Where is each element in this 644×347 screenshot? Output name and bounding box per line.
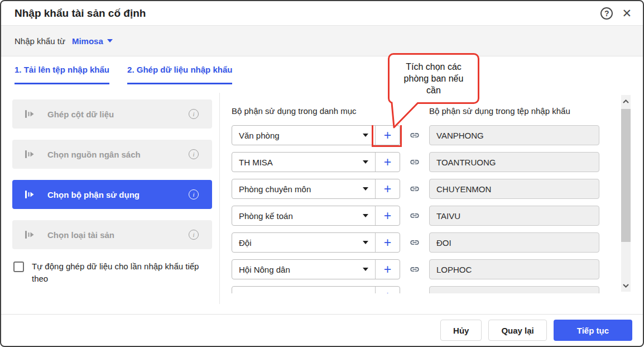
catalog-dropdown[interactable]: Phòng kế toán bbox=[232, 206, 376, 225]
mapping-row: + bbox=[232, 286, 617, 293]
help-glyph: ? bbox=[604, 9, 609, 18]
auto-map-checkbox[interactable] bbox=[13, 262, 24, 272]
caret-down-icon bbox=[363, 187, 368, 191]
annotation-text: Tích chọn các phòng ban nếu cần bbox=[403, 61, 464, 96]
add-department-button[interactable]: + bbox=[376, 179, 400, 198]
file-value: LOPHOC bbox=[436, 265, 472, 274]
import-dialog: Nhập khẩu tài sản cố định ? ✕ Nhập khẩu … bbox=[0, 0, 644, 347]
scrollbar bbox=[621, 95, 631, 292]
catalog-dropdown[interactable]: Văn phòng bbox=[232, 126, 376, 145]
step-item[interactable]: Ghép cột dữ liệu i bbox=[12, 99, 212, 129]
cancel-button[interactable]: Hủy bbox=[440, 320, 482, 341]
file-value-field[interactable]: TOANTRUONG bbox=[429, 152, 599, 172]
caret-down-icon bbox=[363, 241, 368, 244]
catalog-combo: Hội Nông dân + bbox=[232, 259, 400, 279]
file-value: CHUYENMON bbox=[436, 184, 491, 194]
continue-button[interactable]: Tiếp tục bbox=[554, 320, 632, 341]
chevron-up-icon bbox=[623, 99, 629, 103]
help-icon[interactable]: ? bbox=[600, 7, 613, 20]
link-toggle[interactable] bbox=[400, 179, 429, 199]
step-label: Chọn bộ phận sử dụng bbox=[47, 190, 189, 199]
mapping-row: Hội Nông dân + LOPHOC bbox=[232, 259, 617, 279]
step-label: Chọn nguồn ngân sách bbox=[47, 150, 189, 159]
catalog-dropdown[interactable]: Phòng chuyên môn bbox=[232, 179, 376, 198]
catalog-dropdown[interactable]: Hội Nông dân bbox=[232, 260, 376, 279]
info-icon[interactable]: i bbox=[189, 189, 199, 199]
caret-down-icon bbox=[363, 160, 368, 164]
catalog-combo: Phòng chuyên môn + bbox=[232, 179, 400, 199]
header-icons: ? ✕ bbox=[600, 7, 632, 20]
file-value-field[interactable]: VANPHONG bbox=[429, 125, 599, 145]
link-icon bbox=[409, 156, 420, 168]
catalog-dropdown[interactable]: Đội bbox=[232, 233, 376, 252]
file-value-field[interactable]: CHUYENMON bbox=[429, 179, 599, 199]
step-item[interactable]: Chọn bộ phận sử dụng i bbox=[12, 180, 212, 209]
panel-divider bbox=[219, 93, 220, 304]
file-value-field[interactable] bbox=[429, 286, 599, 293]
step-label: Chọn loại tài sản bbox=[47, 230, 189, 240]
column-mapping-icon bbox=[25, 230, 34, 239]
mapping-rows: Văn phòng + VANPHONG TH MISA bbox=[232, 125, 617, 293]
step-item[interactable]: Chọn nguồn ngân sách i bbox=[12, 140, 212, 169]
import-from-label: Nhập khẩu từ bbox=[15, 36, 65, 46]
catalog-combo: TH MISA + bbox=[232, 152, 400, 172]
file-value-field[interactable]: TAIVU bbox=[429, 206, 599, 226]
catalog-column-header: Bộ phận sử dụng trong danh mục bbox=[232, 106, 429, 116]
step-item[interactable]: Chọn loại tài sản i bbox=[12, 220, 212, 249]
file-value: TOANTRUONG bbox=[436, 158, 496, 167]
scroll-down-arrow[interactable] bbox=[621, 281, 631, 291]
caret-down-icon bbox=[363, 134, 368, 137]
catalog-combo: Phòng kế toán + bbox=[232, 206, 400, 226]
link-toggle[interactable] bbox=[400, 286, 429, 293]
add-department-button[interactable]: + bbox=[376, 126, 400, 145]
link-toggle[interactable] bbox=[400, 232, 429, 253]
file-value-field[interactable]: LOPHOC bbox=[429, 259, 599, 279]
link-icon bbox=[409, 264, 420, 275]
add-department-button[interactable]: + bbox=[376, 287, 400, 293]
link-toggle[interactable] bbox=[400, 259, 429, 279]
catalog-dropdown-value: Phòng kế toán bbox=[239, 211, 363, 221]
link-toggle[interactable] bbox=[400, 152, 429, 172]
catalog-dropdown[interactable] bbox=[232, 287, 376, 293]
info-icon[interactable]: i bbox=[189, 149, 199, 159]
mapping-row: Văn phòng + VANPHONG bbox=[232, 125, 617, 145]
catalog-dropdown-value: Hội Nông dân bbox=[239, 265, 363, 274]
mapping-row: Phòng kế toán + TAIVU bbox=[232, 206, 617, 226]
catalog-combo: Đội + bbox=[232, 232, 400, 253]
column-mapping-icon bbox=[25, 150, 34, 159]
tab-bar: 1. Tải lên tệp nhập khẩu 2. Ghép dữ liệu… bbox=[15, 56, 232, 84]
dialog-footer: Hủy Quay lại Tiếp tục bbox=[1, 314, 643, 346]
back-button[interactable]: Quay lại bbox=[488, 320, 546, 341]
caret-down-icon bbox=[107, 39, 113, 42]
add-department-button[interactable]: + bbox=[376, 153, 400, 172]
chevron-down-icon bbox=[623, 284, 629, 288]
mapping-row: Đội + ĐOI bbox=[232, 232, 617, 253]
add-department-button[interactable]: + bbox=[376, 260, 400, 279]
annotation-callout: Tích chọn các phòng ban nếu cần bbox=[388, 53, 479, 104]
tab-upload-file[interactable]: 1. Tải lên tệp nhập khẩu bbox=[15, 56, 109, 84]
steps-list: Ghép cột dữ liệu i Chọn nguồn ngân sách … bbox=[12, 99, 212, 260]
catalog-dropdown-value: Phòng chuyên môn bbox=[239, 184, 363, 194]
add-department-button[interactable]: + bbox=[376, 233, 400, 252]
info-icon[interactable]: i bbox=[189, 109, 199, 119]
catalog-dropdown-value: TH MISA bbox=[239, 158, 363, 167]
scrollbar-thumb[interactable] bbox=[621, 109, 631, 242]
info-icon[interactable]: i bbox=[189, 230, 199, 240]
import-source-value: Mimosa bbox=[72, 36, 103, 46]
file-value: VANPHONG bbox=[436, 131, 484, 140]
caret-down-icon bbox=[363, 214, 368, 217]
add-department-button[interactable]: + bbox=[376, 206, 400, 225]
link-toggle[interactable] bbox=[400, 206, 429, 226]
link-toggle[interactable] bbox=[400, 125, 429, 145]
file-value: TAIVU bbox=[436, 211, 460, 221]
mapping-headers: Bộ phận sử dụng trong danh mục Bộ phận s… bbox=[232, 106, 621, 116]
close-icon[interactable]: ✕ bbox=[622, 7, 632, 19]
auto-map-row: Tự động ghép dữ liệu cho lần nhập khẩu t… bbox=[13, 260, 210, 285]
column-mapping-icon bbox=[25, 190, 34, 199]
catalog-combo: Văn phòng + bbox=[232, 125, 400, 145]
file-value-field[interactable]: ĐOI bbox=[429, 232, 599, 253]
import-source-dropdown[interactable]: Mimosa bbox=[72, 36, 113, 46]
scroll-up-arrow[interactable] bbox=[621, 96, 631, 106]
tab-map-data[interactable]: 2. Ghép dữ liệu nhập khẩu bbox=[127, 56, 232, 84]
catalog-dropdown[interactable]: TH MISA bbox=[232, 153, 376, 172]
